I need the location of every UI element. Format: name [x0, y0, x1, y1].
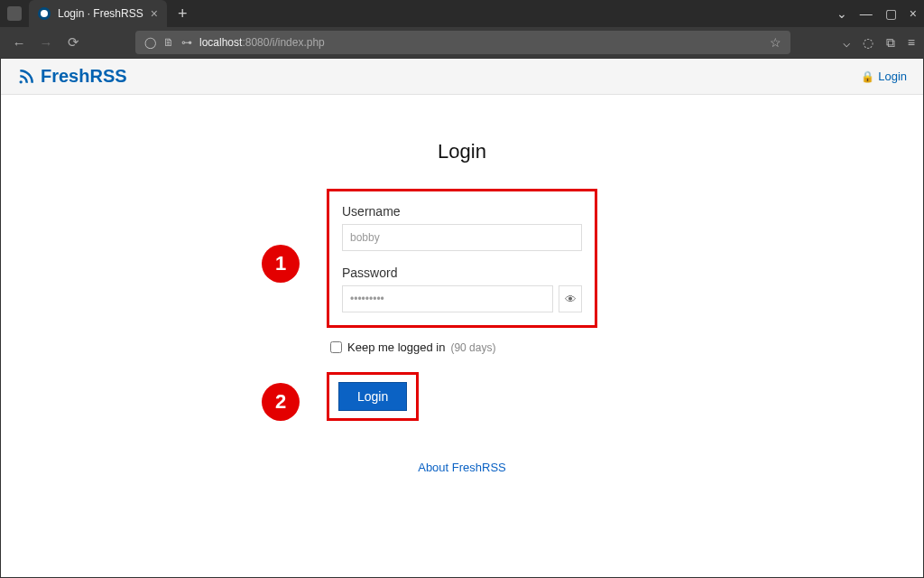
extensions-icon[interactable]: ⧉ [886, 35, 895, 51]
pocket-icon[interactable]: ⌵ [843, 35, 850, 50]
new-tab-button[interactable]: + [167, 5, 199, 23]
window-chevron-icon[interactable]: ⌄ [836, 6, 847, 21]
keep-logged-in-sub: (90 days) [450, 341, 495, 354]
tab-close-icon[interactable]: × [151, 6, 158, 21]
eye-icon: 👁 [565, 293, 577, 306]
login-form: 1 2 Username Password 👁 Keep me logged i… [327, 189, 597, 474]
browser-tab[interactable]: Login · FreshRSS × [29, 0, 167, 27]
annotation-badge-2: 2 [262, 383, 300, 421]
window-titlebar: Login · FreshRSS × + ⌄ — ▢ × [0, 0, 924, 27]
rss-icon [17, 68, 35, 86]
keep-logged-in-checkbox[interactable] [330, 341, 342, 353]
nav-reload-icon[interactable]: ⟳ [63, 34, 83, 51]
toggle-password-visibility-button[interactable]: 👁 [559, 285, 582, 312]
main-content: Login 1 2 Username Password 👁 Keep me lo… [1, 95, 923, 474]
nav-forward-icon: → [36, 35, 56, 51]
keep-logged-in-row: Keep me logged in (90 days) [327, 340, 597, 354]
url-bar[interactable]: ◯ 🗎 ⊶ localhost:8080/i/index.php ☆ [135, 31, 790, 54]
page: FreshRSS 🔒 Login Login 1 2 Username Pass… [0, 58, 924, 578]
tab-title: Login · FreshRSS [58, 7, 143, 20]
tab-favicon-icon [38, 7, 51, 20]
login-button[interactable]: Login [338, 382, 407, 411]
bookmark-star-icon[interactable]: ☆ [770, 35, 781, 50]
brand[interactable]: FreshRSS [17, 66, 127, 87]
site-info-icon[interactable]: 🗎 [163, 36, 174, 49]
page-title: Login [1, 140, 923, 163]
menu-icon[interactable]: ≡ [908, 35, 915, 50]
brand-text: FreshRSS [41, 66, 127, 87]
credentials-highlight-box: Username Password 👁 [327, 189, 597, 328]
username-label: Username [342, 204, 582, 219]
browser-nav-toolbar: ← → ⟳ ◯ 🗎 ⊶ localhost:8080/i/index.php ☆… [0, 27, 924, 58]
lock-icon: 🔒 [861, 70, 874, 83]
url-text: localhost:8080/i/index.php [199, 36, 325, 49]
about-link[interactable]: About FreshRSS [327, 461, 597, 474]
window-maximize-icon[interactable]: ▢ [885, 6, 897, 21]
svg-point-0 [20, 80, 23, 83]
account-icon[interactable]: ◌ [863, 35, 873, 50]
password-input[interactable] [342, 285, 553, 312]
window-close-icon[interactable]: × [910, 6, 917, 21]
app-header: FreshRSS 🔒 Login [1, 59, 923, 95]
key-icon[interactable]: ⊶ [181, 36, 192, 49]
app-menu-icon[interactable] [7, 6, 22, 21]
nav-back-icon[interactable]: ← [9, 35, 29, 51]
submit-highlight-box: Login [327, 372, 419, 421]
header-login-label: Login [878, 70, 907, 83]
shield-icon[interactable]: ◯ [144, 36, 156, 49]
keep-logged-in-label: Keep me logged in [347, 340, 445, 354]
header-login-link[interactable]: 🔒 Login [861, 70, 907, 83]
password-label: Password [342, 266, 582, 280]
annotation-badge-1: 1 [262, 245, 300, 283]
username-input[interactable] [342, 224, 582, 251]
window-minimize-icon[interactable]: — [860, 6, 873, 21]
